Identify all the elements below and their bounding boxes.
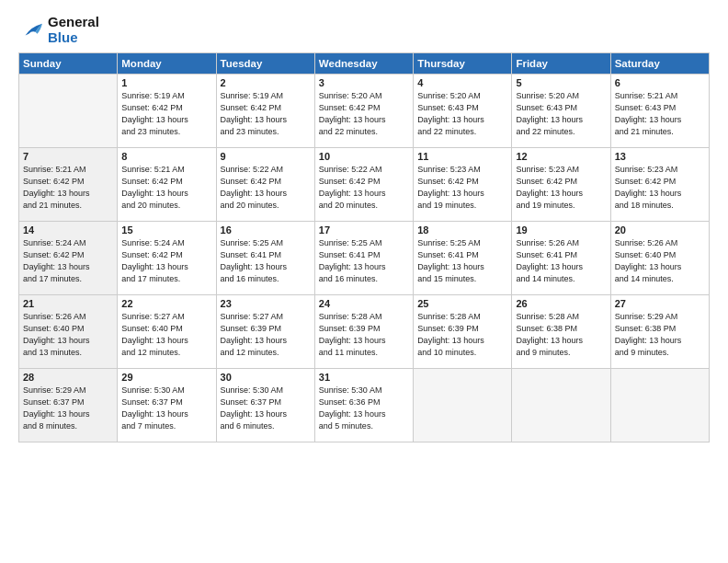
day-number: 4 (417, 77, 507, 88)
day-number: 16 (221, 224, 311, 236)
calendar-cell (414, 369, 512, 442)
day-number: 14 (23, 224, 113, 236)
day-number: 19 (516, 224, 606, 236)
calendar-cell: 7Sunrise: 5:21 AMSunset: 6:42 PMDaylight… (19, 148, 118, 222)
calendar-cell: 9Sunrise: 5:22 AMSunset: 6:42 PMDaylight… (216, 148, 314, 222)
calendar-cell: 2Sunrise: 5:19 AMSunset: 6:42 PMDaylight… (216, 75, 314, 148)
logo-icon (18, 20, 44, 40)
day-number: 18 (417, 224, 507, 236)
calendar-cell: 15Sunrise: 5:24 AMSunset: 6:42 PMDayligh… (118, 222, 216, 295)
day-info: Sunrise: 5:24 AMSunset: 6:42 PMDaylight:… (23, 237, 113, 285)
day-info: Sunrise: 5:24 AMSunset: 6:42 PMDaylight:… (121, 237, 211, 285)
day-number: 7 (23, 151, 113, 162)
day-info: Sunrise: 5:25 AMSunset: 6:41 PMDaylight:… (221, 237, 311, 285)
day-number: 13 (615, 151, 705, 162)
col-header-monday: Monday (118, 53, 216, 75)
day-number: 29 (121, 372, 211, 383)
day-info: Sunrise: 5:20 AMSunset: 6:43 PMDaylight:… (417, 90, 507, 138)
day-info: Sunrise: 5:26 AMSunset: 6:40 PMDaylight:… (615, 237, 705, 285)
day-info: Sunrise: 5:22 AMSunset: 6:42 PMDaylight:… (319, 164, 409, 212)
day-info: Sunrise: 5:21 AMSunset: 6:42 PMDaylight:… (23, 164, 113, 212)
day-number: 1 (121, 77, 211, 88)
day-number: 24 (319, 298, 409, 309)
week-row-5: 28Sunrise: 5:29 AMSunset: 6:37 PMDayligh… (19, 369, 710, 442)
calendar-cell: 14Sunrise: 5:24 AMSunset: 6:42 PMDayligh… (19, 222, 118, 295)
day-number: 31 (319, 372, 409, 383)
day-info: Sunrise: 5:25 AMSunset: 6:41 PMDaylight:… (319, 237, 409, 285)
week-row-2: 7Sunrise: 5:21 AMSunset: 6:42 PMDaylight… (19, 148, 710, 222)
day-number: 5 (516, 77, 606, 88)
calendar-cell: 18Sunrise: 5:25 AMSunset: 6:41 PMDayligh… (414, 222, 512, 295)
calendar-cell: 19Sunrise: 5:26 AMSunset: 6:41 PMDayligh… (512, 222, 610, 295)
header: General Blue (18, 15, 710, 45)
col-header-thursday: Thursday (414, 53, 512, 75)
day-info: Sunrise: 5:20 AMSunset: 6:42 PMDaylight:… (319, 90, 409, 138)
col-header-wednesday: Wednesday (314, 53, 413, 75)
col-header-friday: Friday (512, 53, 610, 75)
logo: General Blue (18, 15, 99, 45)
calendar-cell: 3Sunrise: 5:20 AMSunset: 6:42 PMDaylight… (314, 75, 413, 148)
day-number: 6 (615, 77, 705, 88)
day-info: Sunrise: 5:23 AMSunset: 6:42 PMDaylight:… (516, 164, 606, 212)
day-info: Sunrise: 5:19 AMSunset: 6:42 PMDaylight:… (221, 90, 311, 138)
day-info: Sunrise: 5:29 AMSunset: 6:37 PMDaylight:… (23, 385, 113, 432)
calendar-cell: 11Sunrise: 5:23 AMSunset: 6:42 PMDayligh… (414, 148, 512, 222)
calendar-cell: 13Sunrise: 5:23 AMSunset: 6:42 PMDayligh… (610, 148, 709, 222)
day-number: 23 (221, 298, 311, 309)
day-number: 9 (221, 151, 311, 162)
calendar-cell: 12Sunrise: 5:23 AMSunset: 6:42 PMDayligh… (512, 148, 610, 222)
calendar-cell: 22Sunrise: 5:27 AMSunset: 6:40 PMDayligh… (118, 295, 216, 369)
header-row: SundayMondayTuesdayWednesdayThursdayFrid… (19, 53, 710, 75)
calendar-cell: 23Sunrise: 5:27 AMSunset: 6:39 PMDayligh… (216, 295, 314, 369)
day-number: 22 (121, 298, 211, 309)
day-info: Sunrise: 5:27 AMSunset: 6:40 PMDaylight:… (121, 311, 211, 359)
day-info: Sunrise: 5:23 AMSunset: 6:42 PMDaylight:… (615, 164, 705, 212)
day-number: 8 (121, 151, 211, 162)
calendar-table: SundayMondayTuesdayWednesdayThursdayFrid… (18, 52, 710, 442)
week-row-1: 1Sunrise: 5:19 AMSunset: 6:42 PMDaylight… (19, 75, 710, 148)
calendar-cell: 10Sunrise: 5:22 AMSunset: 6:42 PMDayligh… (314, 148, 413, 222)
day-info: Sunrise: 5:27 AMSunset: 6:39 PMDaylight:… (221, 311, 311, 359)
col-header-saturday: Saturday (610, 53, 709, 75)
calendar-cell: 28Sunrise: 5:29 AMSunset: 6:37 PMDayligh… (19, 369, 118, 442)
calendar-cell: 21Sunrise: 5:26 AMSunset: 6:40 PMDayligh… (19, 295, 118, 369)
calendar-cell: 16Sunrise: 5:25 AMSunset: 6:41 PMDayligh… (216, 222, 314, 295)
calendar-cell: 29Sunrise: 5:30 AMSunset: 6:37 PMDayligh… (118, 369, 216, 442)
calendar-cell: 1Sunrise: 5:19 AMSunset: 6:42 PMDaylight… (118, 75, 216, 148)
calendar-cell: 24Sunrise: 5:28 AMSunset: 6:39 PMDayligh… (314, 295, 413, 369)
day-info: Sunrise: 5:30 AMSunset: 6:37 PMDaylight:… (221, 385, 311, 432)
day-info: Sunrise: 5:26 AMSunset: 6:40 PMDaylight:… (23, 311, 113, 359)
day-number: 30 (221, 372, 311, 383)
day-number: 2 (221, 77, 311, 88)
calendar-cell: 25Sunrise: 5:28 AMSunset: 6:39 PMDayligh… (414, 295, 512, 369)
day-info: Sunrise: 5:26 AMSunset: 6:41 PMDaylight:… (516, 237, 606, 285)
day-number: 20 (615, 224, 705, 236)
page: General Blue SundayMondayTuesdayWednesda… (0, 0, 728, 563)
week-row-4: 21Sunrise: 5:26 AMSunset: 6:40 PMDayligh… (19, 295, 710, 369)
calendar-cell (610, 369, 709, 442)
day-info: Sunrise: 5:30 AMSunset: 6:37 PMDaylight:… (121, 385, 211, 432)
calendar-cell: 4Sunrise: 5:20 AMSunset: 6:43 PMDaylight… (414, 75, 512, 148)
calendar-cell: 20Sunrise: 5:26 AMSunset: 6:40 PMDayligh… (610, 222, 709, 295)
day-info: Sunrise: 5:28 AMSunset: 6:39 PMDaylight:… (319, 311, 409, 359)
day-number: 27 (615, 298, 705, 309)
day-number: 21 (23, 298, 113, 309)
day-info: Sunrise: 5:22 AMSunset: 6:42 PMDaylight:… (221, 164, 311, 212)
day-number: 28 (23, 372, 113, 383)
day-number: 3 (319, 77, 409, 88)
day-number: 25 (417, 298, 507, 309)
week-row-3: 14Sunrise: 5:24 AMSunset: 6:42 PMDayligh… (19, 222, 710, 295)
day-info: Sunrise: 5:21 AMSunset: 6:42 PMDaylight:… (121, 164, 211, 212)
col-header-tuesday: Tuesday (216, 53, 314, 75)
calendar-cell: 30Sunrise: 5:30 AMSunset: 6:37 PMDayligh… (216, 369, 314, 442)
calendar-cell (19, 75, 118, 148)
day-info: Sunrise: 5:29 AMSunset: 6:38 PMDaylight:… (615, 311, 705, 359)
calendar-cell: 27Sunrise: 5:29 AMSunset: 6:38 PMDayligh… (610, 295, 709, 369)
logo-text: General Blue (48, 15, 99, 45)
day-info: Sunrise: 5:30 AMSunset: 6:36 PMDaylight:… (319, 385, 409, 432)
col-header-sunday: Sunday (19, 53, 118, 75)
day-number: 26 (516, 298, 606, 309)
day-info: Sunrise: 5:19 AMSunset: 6:42 PMDaylight:… (121, 90, 211, 138)
calendar-cell: 17Sunrise: 5:25 AMSunset: 6:41 PMDayligh… (314, 222, 413, 295)
day-number: 15 (121, 224, 211, 236)
